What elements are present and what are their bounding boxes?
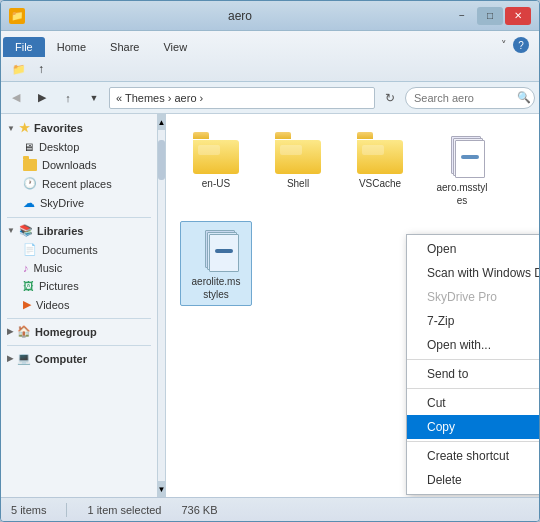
divider-3: [7, 345, 151, 346]
file-item-vscache[interactable]: VSCache: [344, 128, 416, 211]
window-icon: 📁: [9, 8, 25, 24]
file-size: 736 KB: [181, 504, 217, 516]
folder-tab: [357, 132, 373, 139]
forward-button[interactable]: ▶: [31, 87, 53, 109]
ctx-sendto[interactable]: Send to ▶: [407, 362, 539, 386]
ctx-create-shortcut[interactable]: Create shortcut: [407, 444, 539, 468]
ribbon-chevron[interactable]: ˅ ?: [493, 33, 537, 57]
address-bar[interactable]: « Themes › aero ›: [109, 87, 375, 109]
documents-icon: 📄: [23, 243, 37, 256]
ctx-copy[interactable]: Copy ↖: [407, 415, 539, 439]
page-stripe-sel: [215, 249, 233, 253]
close-button[interactable]: ✕: [505, 7, 531, 25]
music-icon: ♪: [23, 262, 29, 274]
folder-body: [275, 140, 321, 174]
search-button[interactable]: 🔍: [517, 91, 531, 104]
aerolite-msstyles-icon: [193, 226, 239, 272]
ctx-cut[interactable]: Cut: [407, 391, 539, 415]
toolbar: 📁 ↑: [1, 57, 539, 81]
folder-tab: [275, 132, 291, 139]
main-area: ▼ ★ Favorites 🖥 Desktop Downloads 🕐: [1, 114, 539, 497]
sidebar-item-videos[interactable]: ▶ Videos: [1, 295, 157, 314]
scroll-up-btn[interactable]: ▲: [158, 114, 165, 130]
favorites-header[interactable]: ▼ ★ Favorites: [1, 118, 157, 138]
libraries-icon: 📚: [19, 224, 33, 237]
sidebar-item-documents[interactable]: 📄 Documents: [1, 240, 157, 259]
tab-view[interactable]: View: [151, 37, 199, 57]
help-icon[interactable]: ?: [513, 37, 529, 53]
status-bar: 5 items 1 item selected 736 KB: [1, 497, 539, 521]
shell-label: Shell: [287, 177, 309, 190]
ctx-7zip[interactable]: 7-Zip ▶: [407, 309, 539, 333]
sidebar-scrollbar[interactable]: ▲ ▼: [158, 114, 166, 497]
favorites-section: ▼ ★ Favorites 🖥 Desktop Downloads 🕐: [1, 118, 157, 213]
ctx-divider-3: [407, 441, 539, 442]
recent-label: Recent places: [42, 178, 112, 190]
vscache-folder-icon: [357, 132, 403, 174]
scroll-down-btn[interactable]: ▼: [158, 481, 165, 497]
search-input[interactable]: [405, 87, 535, 109]
videos-icon: ▶: [23, 298, 31, 311]
ctx-open[interactable]: Open: [407, 237, 539, 261]
address-text: « Themes › aero ›: [116, 92, 203, 104]
selected-count: 1 item selected: [87, 504, 161, 516]
divider-1: [7, 217, 151, 218]
documents-label: Documents: [42, 244, 98, 256]
ctx-7zip-label: 7-Zip: [427, 314, 454, 328]
sidebar-item-music[interactable]: ♪ Music: [1, 259, 157, 277]
computer-label: Computer: [35, 353, 87, 365]
page-stripe: [461, 155, 479, 159]
ctx-openwith-label: Open with...: [427, 338, 491, 352]
folder-back-icon: 📁: [12, 63, 26, 76]
sidebar-item-desktop[interactable]: 🖥 Desktop: [1, 138, 157, 156]
en-us-label: en-US: [202, 177, 230, 190]
shell-folder-icon: [275, 132, 321, 174]
sidebar: ▼ ★ Favorites 🖥 Desktop Downloads 🕐: [1, 114, 158, 497]
desktop-label: Desktop: [39, 141, 79, 153]
file-area: en-US Shell: [166, 114, 539, 497]
ctx-delete[interactable]: Delete: [407, 468, 539, 492]
sidebar-item-recent[interactable]: 🕐 Recent places: [1, 174, 157, 193]
ctx-scan-label: Scan with Windows Defender: [427, 266, 539, 280]
sidebar-item-pictures[interactable]: 🖼 Pictures: [1, 277, 157, 295]
ctx-skydrive[interactable]: SkyDrive Pro ▶: [407, 285, 539, 309]
computer-arrow: ▶: [7, 354, 13, 363]
homegroup-icon: 🏠: [17, 325, 31, 338]
page-front-sel: [209, 234, 239, 272]
favorites-icon: ★: [19, 121, 30, 135]
minimize-button[interactable]: −: [449, 7, 475, 25]
back-button[interactable]: ◀: [5, 87, 27, 109]
computer-header[interactable]: ▶ 💻 Computer: [1, 349, 157, 368]
libraries-section: ▼ 📚 Libraries 📄 Documents ♪ Music 🖼: [1, 221, 157, 314]
folder-shine: [280, 145, 302, 155]
back-folder-btn[interactable]: 📁: [7, 58, 31, 80]
favorites-label: Favorites: [34, 122, 83, 134]
folder-shine: [362, 145, 384, 155]
page-front: [455, 140, 485, 178]
file-item-aerolite[interactable]: aerolite.ms styles: [180, 221, 252, 306]
file-item-en-us[interactable]: en-US: [180, 128, 252, 211]
folder-body: [193, 140, 239, 174]
refresh-button[interactable]: ↻: [379, 87, 401, 109]
up-btn[interactable]: ↑: [33, 58, 49, 80]
maximize-button[interactable]: □: [477, 7, 503, 25]
ctx-openwith[interactable]: Open with...: [407, 333, 539, 357]
aerolite-label: aerolite.ms styles: [185, 275, 247, 301]
scroll-thumb[interactable]: [158, 140, 165, 180]
recent-locations-button[interactable]: ▼: [83, 87, 105, 109]
ctx-scan[interactable]: Scan with Windows Defender: [407, 261, 539, 285]
tab-file[interactable]: File: [3, 37, 45, 57]
file-item-shell[interactable]: Shell: [262, 128, 334, 211]
up-button[interactable]: ↑: [57, 87, 79, 109]
sidebar-item-skydrive[interactable]: ☁ SkyDrive: [1, 193, 157, 213]
folder-tab: [193, 132, 209, 139]
sidebar-item-downloads[interactable]: Downloads: [1, 156, 157, 174]
file-item-aero-msstyles[interactable]: aero.msstyl es: [426, 128, 498, 211]
libraries-header[interactable]: ▼ 📚 Libraries: [1, 221, 157, 240]
en-us-folder-icon: [193, 132, 239, 174]
vscache-label: VSCache: [359, 177, 401, 190]
homegroup-header[interactable]: ▶ 🏠 Homegroup: [1, 322, 157, 341]
tab-home[interactable]: Home: [45, 37, 98, 57]
items-count: 5 items: [11, 504, 46, 516]
tab-share[interactable]: Share: [98, 37, 151, 57]
